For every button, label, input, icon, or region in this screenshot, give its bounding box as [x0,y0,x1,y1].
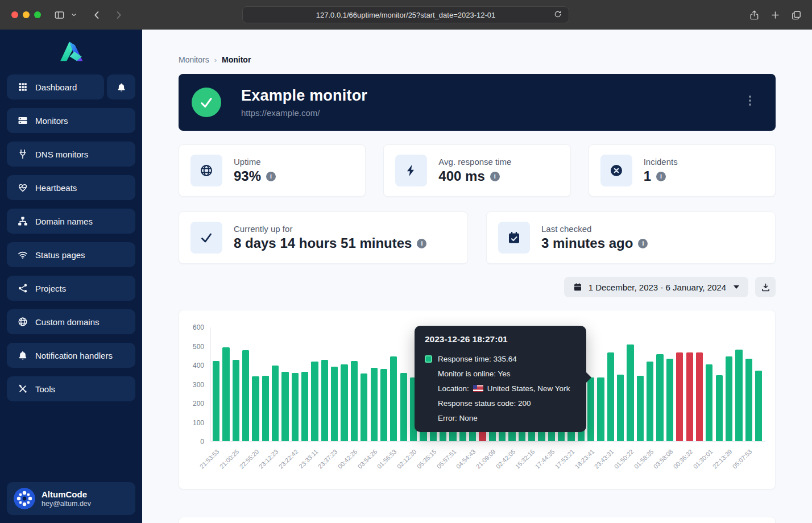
window-close-button[interactable] [11,11,18,18]
chart-bar[interactable] [351,361,358,441]
bell-icon [17,350,28,361]
monitor-title: Example monitor [241,87,367,105]
plug-icon [17,149,28,160]
info-icon[interactable] [638,239,648,248]
chart-bar[interactable] [242,350,249,441]
chart-bar[interactable] [587,377,594,441]
breadcrumb-parent-link[interactable]: Monitors [179,55,209,64]
chart-bar[interactable] [755,371,762,441]
url-bar[interactable]: 127.0.0.1/66uptime/monitor/25?start_date… [242,6,569,23]
x-tick-label: 21:00:25 [218,448,241,470]
chart-bar[interactable] [380,369,387,441]
chart-bar[interactable] [745,359,752,441]
chart-toolbar: 1 December, 2023 - 6 January, 2024 [179,277,776,297]
chart-bar[interactable] [597,377,604,441]
chart-bar[interactable] [656,354,663,441]
chart-bar[interactable] [341,364,347,441]
sidebar-item-label: Monitors [35,116,68,126]
sidebar-item-projects[interactable]: Projects [7,276,135,301]
download-button[interactable] [755,277,776,297]
stat-label: Avg. response time [438,157,511,167]
chart-bar[interactable] [390,356,397,441]
sidebar-item-dashboard[interactable]: Dashboard [7,74,104,99]
chart-bar[interactable] [607,352,614,441]
chart-bar[interactable] [272,366,279,441]
wide-stats-row: Currently up for 8 days 14 hours 51 minu… [179,211,776,264]
share-icon[interactable] [747,8,761,22]
chart-bar[interactable] [735,350,742,441]
x-tick-label: 21:53:53 [198,448,221,470]
new-tab-button[interactable] [768,8,782,22]
stat-icon-tile [600,155,632,186]
sidebar-item-heartbeats[interactable]: Heartbeats [7,175,135,200]
chart-bar[interactable] [252,376,259,441]
stat-value: 3 minutes ago [541,235,633,251]
x-tick-label: 17:44:35 [534,448,556,470]
window-fullscreen-button[interactable] [34,11,41,18]
chevron-down-icon[interactable] [69,8,78,22]
x-tick-label: 23:33:11 [297,448,319,470]
chart-bar[interactable] [233,360,239,441]
chart-bar[interactable] [262,376,269,441]
series-marker-icon [425,355,432,363]
tooltip-row: Response time: 335.64 [425,351,576,366]
info-icon[interactable] [266,172,276,181]
stat-icon-tile [395,155,427,186]
sidebar-item-label: Projects [35,284,66,293]
chart-bar[interactable] [301,372,308,441]
sidebar-item-custom-domains[interactable]: Custom domains [7,309,135,334]
window-minimize-button[interactable] [23,11,30,18]
chart-bar[interactable] [213,361,219,441]
x-tick-label: 21:09:09 [475,448,497,470]
sidebar-item-dns-monitors[interactable]: DNS monitors [7,142,135,167]
tools-icon [17,384,28,395]
tab-overview-icon[interactable] [789,8,803,22]
x-tick-label: 23:37:23 [317,448,339,470]
chart-bar[interactable] [281,372,288,441]
chart-bar[interactable] [726,356,732,441]
user-card[interactable]: AltumCode hey@altum.dev [7,482,135,515]
chart-bar[interactable] [400,373,407,441]
chart-bar[interactable] [371,368,378,441]
info-icon[interactable] [417,239,426,248]
stat-card-currently-up-for: Currently up for 8 days 14 hours 51 minu… [179,211,468,264]
chart-bar[interactable] [676,352,683,441]
chart-bar[interactable] [696,352,703,441]
status-up-badge [192,88,221,117]
info-icon[interactable] [656,172,666,181]
chart-bar[interactable] [222,347,229,441]
sidebar-item-tools[interactable]: Tools [7,376,135,401]
url-text: 127.0.0.1/66uptime/monitor/25?start_date… [316,11,495,19]
x-axis-labels: 21:53:5321:00:2522:55:2023:12:2323:22:42… [210,446,765,485]
sidebar-toggle-icon[interactable] [52,8,66,22]
stat-card-last-checked: Last checked 3 minutes ago [486,211,776,264]
chart-bar[interactable] [706,364,712,441]
chart-bar[interactable] [311,362,318,441]
chart-bar[interactable] [321,360,328,441]
sidebar-item-domain-names[interactable]: Domain names [7,209,135,234]
globe-icon [200,164,213,177]
us-flag-icon [473,385,483,392]
chart-bar[interactable] [716,375,723,441]
chart-bar[interactable] [292,373,299,441]
chart-bar[interactable] [361,373,367,441]
notifications-button[interactable] [107,74,135,99]
date-range-picker[interactable]: 1 December, 2023 - 6 January, 2024 [564,277,748,297]
monitor-menu-button[interactable] [746,96,754,106]
chart-bar[interactable] [637,376,644,441]
chart-bar[interactable] [617,375,624,441]
chart-bar[interactable] [686,352,693,441]
breadcrumb: Monitors › Monitor [179,55,776,64]
chart-bar[interactable] [627,344,633,441]
x-tick-label: 17:53:21 [554,448,576,470]
reload-icon[interactable] [553,10,564,20]
sidebar-item-status-pages[interactable]: Status pages [7,242,135,267]
sidebar-item-monitors[interactable]: Monitors [7,108,135,133]
response-time-chart: 0100200300400500600 21:53:5321:00:2522:5… [179,310,776,489]
chart-bar[interactable] [666,359,673,441]
back-button[interactable] [90,8,103,22]
info-icon[interactable] [490,172,500,181]
chart-bar[interactable] [647,362,653,441]
sidebar-item-notification-handlers[interactable]: Notification handlers [7,343,135,368]
chart-bar[interactable] [331,367,338,441]
